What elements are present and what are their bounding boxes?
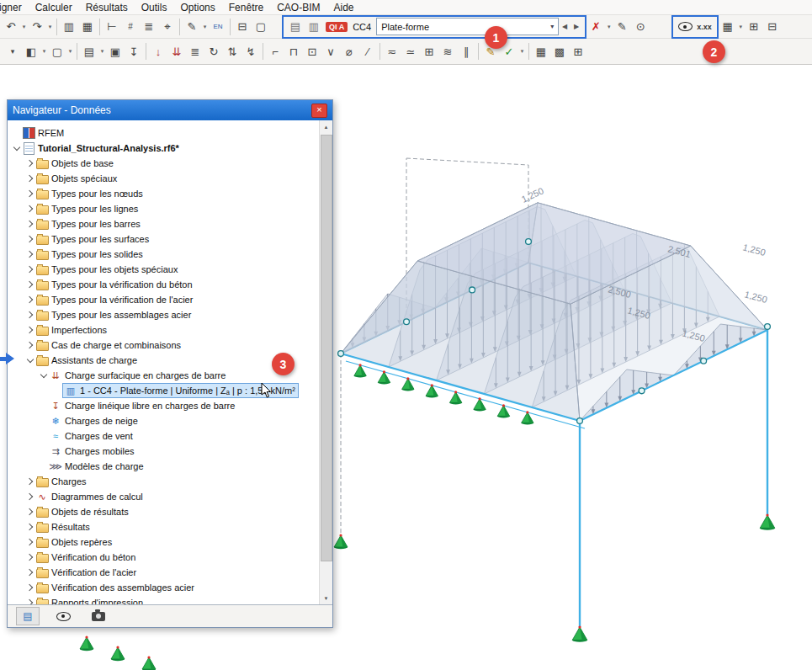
- undo-icon-dropdown[interactable]: ▾: [20, 24, 28, 30]
- tree-item[interactable]: Types pour la vérification de l'acier: [8, 292, 320, 307]
- tree-expander[interactable]: [24, 567, 35, 578]
- diameter-tool-icon[interactable]: ⌀: [340, 42, 358, 61]
- tables-icon-dropdown[interactable]: ▾: [737, 24, 745, 30]
- redo-icon[interactable]: ↷: [28, 18, 46, 36]
- solid-model-icon[interactable]: ▣: [106, 42, 125, 61]
- menu-item-outils[interactable]: Outils: [135, 2, 174, 13]
- tree-item[interactable]: Imperfections: [8, 322, 320, 338]
- tree-expander[interactable]: [24, 295, 35, 306]
- nav-tab-views[interactable]: [87, 607, 110, 625]
- tree-expander[interactable]: [24, 219, 35, 230]
- scrollbar-thumb[interactable]: [321, 135, 332, 561]
- grid-a-icon[interactable]: ▦: [532, 42, 550, 61]
- nav-tab-data[interactable]: ▤: [16, 607, 40, 625]
- tree-item[interactable]: Types pour les solides: [8, 247, 320, 262]
- tree-item[interactable]: Vérification des assemblages acier: [8, 580, 320, 595]
- tree-item[interactable]: Objets de base: [8, 156, 320, 171]
- more-caret-icon[interactable]: ▾: [3, 42, 22, 61]
- full-view-icon[interactable]: ▢: [252, 18, 270, 36]
- menu-item-r-sultats[interactable]: Résultats: [79, 2, 135, 13]
- menu-item-igner[interactable]: igner: [0, 2, 29, 13]
- tree-expander[interactable]: [24, 279, 35, 290]
- visual-style-icon-dropdown[interactable]: ▾: [98, 48, 106, 55]
- tree-item[interactable]: RFEM: [8, 125, 320, 141]
- line-load-icon[interactable]: ≣: [186, 42, 204, 61]
- tree-expander[interactable]: [24, 582, 35, 593]
- tree-expander[interactable]: [24, 492, 35, 502]
- menu-item-options[interactable]: Options: [173, 2, 221, 13]
- slash-tool-icon[interactable]: ∕: [358, 42, 377, 61]
- undo-icon[interactable]: ↶: [2, 18, 20, 36]
- tree-item[interactable]: Objets repères: [8, 534, 320, 550]
- previous-load-case-button[interactable]: ◀: [559, 23, 571, 30]
- tree-expander[interactable]: [11, 143, 22, 154]
- waves-icon[interactable]: ≋: [438, 42, 457, 61]
- tree-expander[interactable]: [24, 476, 35, 487]
- parallel-icon[interactable]: ∥: [457, 42, 475, 61]
- tree-expander[interactable]: [38, 370, 49, 381]
- tree-item[interactable]: Types pour les nœuds: [8, 186, 320, 201]
- corner-tool-icon[interactable]: ⌐: [266, 42, 284, 61]
- tree-expander[interactable]: [24, 325, 35, 336]
- load-case-combobox[interactable]: Plate-forme ▾: [376, 18, 559, 35]
- tree-expander[interactable]: [24, 189, 35, 199]
- menu-item-fen-tre[interactable]: Fenêtre: [222, 2, 270, 13]
- display-filter-icon[interactable]: ◧: [22, 42, 40, 61]
- menu-item-calculer[interactable]: Calculer: [29, 2, 79, 13]
- tree-item[interactable]: Types pour les barres: [8, 216, 320, 231]
- navigator-scrollbar[interactable]: ▲ ▼: [319, 120, 332, 604]
- tree-expander[interactable]: [24, 204, 35, 215]
- tables-list-icon[interactable]: ≣: [140, 18, 158, 36]
- projection-icon[interactable]: ↧: [125, 42, 143, 61]
- check-icon-dropdown[interactable]: ▾: [518, 48, 526, 55]
- tree-item[interactable]: Vérification de l'acier: [8, 565, 320, 580]
- box-tool-icon[interactable]: ⊡: [303, 42, 321, 61]
- redo-icon-dropdown[interactable]: ▾: [46, 24, 54, 30]
- next-load-case-button[interactable]: ▶: [571, 23, 582, 30]
- swap-load-icon[interactable]: ⇅: [223, 42, 241, 61]
- tree-expander[interactable]: [24, 158, 35, 169]
- tree-item[interactable]: Cas de charge et combinaisons: [8, 338, 320, 353]
- tree-expander[interactable]: [24, 552, 35, 563]
- tree-item[interactable]: Tutorial_Structural-Analysis.rf6*: [8, 141, 320, 156]
- tree-item[interactable]: Charges: [8, 474, 320, 489]
- tree-item[interactable]: ≈Charges de vent: [8, 428, 320, 444]
- print-icon[interactable]: ⊟: [763, 18, 782, 36]
- menu-item-cao-bim[interactable]: CAO-BIM: [270, 2, 326, 13]
- tree-item[interactable]: ∿Diagrammes de calcul: [8, 489, 320, 504]
- coordinate-system-icon[interactable]: ⊢: [103, 18, 121, 36]
- tree-item[interactable]: Objets spéciaux: [8, 171, 320, 186]
- tree-item[interactable]: Rapports d'impression: [8, 595, 320, 604]
- tree-expander[interactable]: [24, 340, 35, 351]
- clipping-box-icon-dropdown[interactable]: ▾: [66, 48, 74, 55]
- tree-item[interactable]: Types pour les objets spéciaux: [8, 262, 320, 277]
- approx-icon[interactable]: ≂: [383, 42, 401, 61]
- tree-item[interactable]: ⇉Charges mobiles: [8, 444, 320, 459]
- tree-item[interactable]: Vérification du béton: [8, 550, 320, 565]
- tree-expander[interactable]: [24, 598, 35, 605]
- delete-loads-icon-dropdown[interactable]: ▾: [605, 24, 613, 30]
- tree-item[interactable]: ▥1 - CC4 - Plate-forme | Uniforme | Zₐ |…: [8, 383, 320, 398]
- grid-plus-icon[interactable]: ⊞: [420, 42, 438, 61]
- tree-expander[interactable]: [24, 537, 35, 548]
- tree-expander[interactable]: [24, 522, 35, 533]
- clipping-box-icon[interactable]: ▢: [48, 42, 66, 61]
- frame-tool-icon[interactable]: ⊓: [284, 42, 303, 61]
- grid-c-icon[interactable]: ⊞: [569, 42, 587, 61]
- window-new-icon[interactable]: ▥: [60, 18, 78, 36]
- numeric-values-button[interactable]: x.xx: [694, 18, 714, 36]
- tree-item[interactable]: ↧Charge linéique libre en charges de bar…: [8, 398, 320, 413]
- delete-loads-icon[interactable]: ✗: [586, 18, 605, 36]
- tree-expander[interactable]: [24, 355, 35, 366]
- pen-settings-icon-dropdown[interactable]: ▾: [201, 24, 209, 30]
- display-filter-icon-dropdown[interactable]: ▾: [40, 48, 48, 55]
- member-load-icon[interactable]: ⇊: [167, 42, 186, 61]
- tree-item[interactable]: ⋙Modèles de charge: [8, 459, 320, 474]
- tree-item[interactable]: Types pour les surfaces: [8, 231, 320, 247]
- nav-tab-display[interactable]: [51, 607, 75, 625]
- edit-load-icon[interactable]: ✎: [613, 18, 631, 36]
- window-layout-icon[interactable]: ▦: [78, 18, 97, 36]
- tree-item[interactable]: Types pour les assemblages acier: [8, 307, 320, 322]
- tree-expander[interactable]: [24, 173, 35, 184]
- dual-view-icon[interactable]: ⊟: [233, 18, 252, 36]
